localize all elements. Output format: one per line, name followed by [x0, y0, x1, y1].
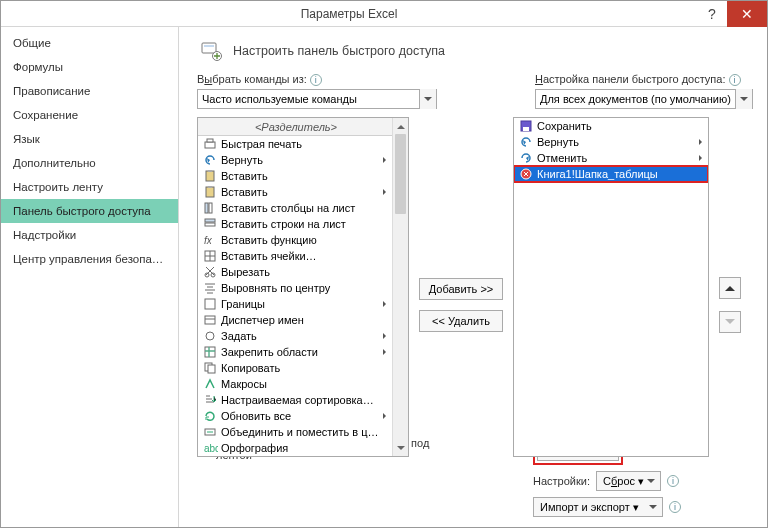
svg-rect-20 — [205, 347, 215, 357]
list-item[interactable]: Вернуть — [514, 134, 708, 150]
svg-rect-10 — [209, 203, 212, 213]
list-item[interactable]: Обновить все — [198, 408, 392, 424]
sidebar-item[interactable]: Формулы — [1, 55, 178, 79]
choose-commands-combo[interactable]: Часто используемые команды — [197, 89, 437, 109]
undo-icon — [518, 134, 534, 150]
scroll-down-icon[interactable] — [393, 440, 408, 456]
list-item[interactable]: Книга1!Шапка_таблицы — [514, 166, 708, 182]
svg-rect-6 — [208, 170, 212, 172]
scroll-up-icon[interactable] — [393, 118, 408, 134]
remove-button[interactable]: << Удалить — [419, 310, 503, 332]
list-item[interactable]: Границы — [198, 296, 392, 312]
list-item[interactable]: Сохранить — [514, 118, 708, 134]
sidebar-item[interactable]: Правописание — [1, 79, 178, 103]
list-item[interactable]: Выровнять по центру — [198, 280, 392, 296]
list-item[interactable]: Вставить столбцы на лист — [198, 200, 392, 216]
undo2-icon — [518, 150, 534, 166]
list-item[interactable]: Вырезать — [198, 264, 392, 280]
submenu-indicator-icon — [382, 296, 390, 312]
move-up-button[interactable] — [719, 277, 741, 299]
available-commands-list[interactable]: <Разделитель>Быстрая печатьВернутьВстави… — [197, 117, 409, 457]
sidebar-item[interactable]: Панель быстрого доступа — [1, 199, 178, 223]
window-title: Параметры Excel — [1, 7, 697, 21]
move-down-button[interactable] — [719, 311, 741, 333]
sort-icon — [202, 392, 218, 408]
list-item[interactable]: Задать — [198, 328, 392, 344]
list-item[interactable]: Объединить и поместить в центре — [198, 424, 392, 440]
info-icon[interactable]: i — [667, 475, 679, 487]
reset-dropdown[interactable]: Сброс ▾ — [596, 471, 661, 491]
main-panel: Настроить панель быстрого доступа Выбрат… — [179, 27, 767, 527]
list-item[interactable]: Вставить строки на лист — [198, 216, 392, 232]
excel-options-dialog: Параметры Excel ? ✕ ОбщиеФормулыПравопис… — [0, 0, 768, 528]
center-icon — [202, 280, 218, 296]
names-icon — [202, 312, 218, 328]
copy-icon — [202, 360, 218, 376]
info-icon[interactable]: i — [669, 501, 681, 513]
submenu-indicator-icon — [382, 424, 390, 440]
submenu-indicator-icon — [382, 280, 390, 296]
undo-icon — [202, 152, 218, 168]
list-item[interactable]: Вставить — [198, 184, 392, 200]
list-item[interactable]: Копировать — [198, 360, 392, 376]
scroll-thumb[interactable] — [395, 134, 406, 214]
submenu-indicator-icon — [698, 166, 706, 182]
info-icon[interactable]: i — [729, 74, 741, 86]
svg-rect-18 — [205, 316, 215, 324]
submenu-indicator-icon — [382, 328, 390, 344]
list-item[interactable]: Вставить ячейки… — [198, 248, 392, 264]
submenu-indicator-icon — [382, 200, 390, 216]
sidebar-item[interactable]: Центр управления безопасностью — [1, 247, 178, 271]
help-button[interactable]: ? — [697, 6, 727, 22]
submenu-indicator-icon — [382, 392, 390, 408]
list-item[interactable]: abcОрфография — [198, 440, 392, 456]
save-icon — [518, 118, 534, 134]
svg-rect-0 — [202, 43, 216, 53]
cells-icon — [202, 248, 218, 264]
list-item[interactable]: Вставить — [198, 168, 392, 184]
submenu-indicator-icon — [382, 360, 390, 376]
submenu-indicator-icon — [698, 150, 706, 166]
freeze-icon — [202, 344, 218, 360]
sidebar-item[interactable]: Настроить ленту — [1, 175, 178, 199]
list-item[interactable]: Закрепить области — [198, 344, 392, 360]
macro-icon — [202, 376, 218, 392]
svg-rect-9 — [205, 203, 208, 213]
close-button[interactable]: ✕ — [727, 1, 767, 27]
sidebar-item[interactable]: Сохранение — [1, 103, 178, 127]
spell-icon: abc — [202, 440, 218, 456]
submenu-indicator-icon — [698, 134, 706, 150]
scrollbar[interactable] — [392, 118, 408, 456]
chevron-down-icon — [419, 89, 436, 109]
list-item[interactable]: Настраиваемая сортировка… — [198, 392, 392, 408]
svg-rect-1 — [204, 45, 214, 47]
list-separator-header[interactable]: <Разделитель> — [198, 118, 392, 136]
list-item[interactable]: Диспетчер имен — [198, 312, 392, 328]
svg-rect-8 — [208, 186, 212, 188]
import-export-dropdown[interactable]: Импорт и экспорт ▾ — [533, 497, 663, 517]
info-icon[interactable]: i — [310, 74, 322, 86]
svg-rect-3 — [205, 142, 215, 148]
cut-icon — [202, 264, 218, 280]
submenu-indicator-icon — [382, 216, 390, 232]
list-item[interactable]: Быстрая печать — [198, 136, 392, 152]
customize-for-combo[interactable]: Для всех документов (по умолчанию) — [535, 89, 753, 109]
add-button[interactable]: Добавить >> — [419, 278, 503, 300]
list-item[interactable]: Вернуть — [198, 152, 392, 168]
sidebar-item[interactable]: Надстройки — [1, 223, 178, 247]
category-sidebar: ОбщиеФормулыПравописаниеСохранениеЯзыкДо… — [1, 27, 179, 527]
sidebar-item[interactable]: Язык — [1, 127, 178, 151]
list-item[interactable]: Отменить — [514, 150, 708, 166]
svg-rect-17 — [205, 299, 215, 309]
submenu-indicator-icon — [382, 264, 390, 280]
submenu-indicator-icon — [382, 408, 390, 424]
svg-rect-5 — [206, 171, 214, 181]
current-qat-list[interactable]: СохранитьВернутьОтменитьКнига1!Шапка_таб… — [513, 117, 709, 457]
submenu-indicator-icon — [382, 184, 390, 200]
sidebar-item[interactable]: Общие — [1, 31, 178, 55]
list-item[interactable]: fxВставить функцию — [198, 232, 392, 248]
print-icon — [202, 136, 218, 152]
list-item[interactable]: Макросы — [198, 376, 392, 392]
sidebar-item[interactable]: Дополнительно — [1, 151, 178, 175]
svg-rect-22 — [208, 365, 215, 373]
